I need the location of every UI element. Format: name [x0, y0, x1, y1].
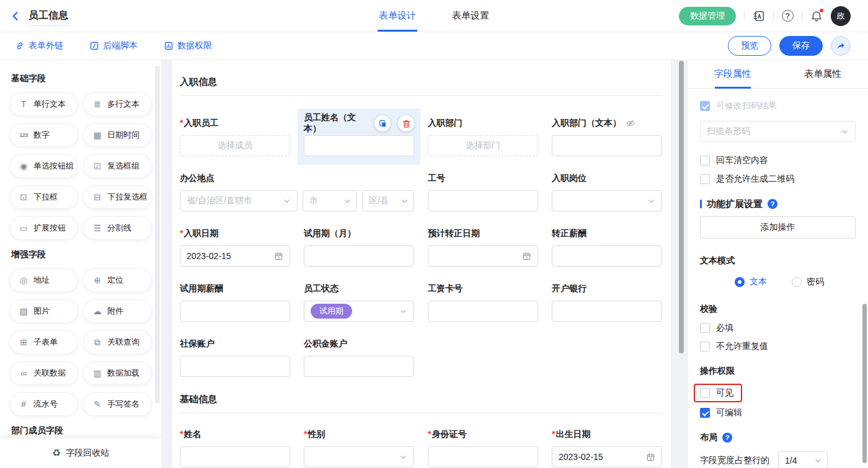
- radio[interactable]: [792, 277, 802, 287]
- checkbox[interactable]: [700, 323, 710, 333]
- checkbox[interactable]: [700, 174, 710, 184]
- palette-scrollbar[interactable]: [155, 66, 160, 404]
- text-input[interactable]: [552, 245, 662, 267]
- text-input[interactable]: [552, 135, 662, 156]
- form-field[interactable]: 入职部门选择部门: [428, 117, 538, 156]
- add-action-button[interactable]: 添加操作: [700, 216, 856, 239]
- toolbar-link[interactable]: 后端脚本: [89, 40, 138, 51]
- text-input[interactable]: [552, 301, 662, 322]
- text-input[interactable]: [180, 301, 290, 322]
- text-input[interactable]: [428, 301, 538, 322]
- form-field[interactable]: *入职日期2023-02-15: [180, 227, 290, 267]
- palette-item[interactable]: ⊟ 下拉复选框: [84, 186, 151, 208]
- form-field[interactable]: 工号: [428, 172, 538, 211]
- text-input[interactable]: [304, 356, 414, 377]
- form-field[interactable]: *入职员工选择成员: [180, 117, 290, 156]
- palette-item[interactable]: ◉ 单选按钮组: [10, 155, 78, 177]
- form-field[interactable]: 办公地点省/自治区/直辖市市区/县: [180, 172, 414, 211]
- address-select[interactable]: 区/县: [362, 190, 414, 211]
- form-field-selected[interactable]: 员工姓名（文本）: [304, 117, 414, 156]
- help-icon[interactable]: ?: [722, 433, 732, 443]
- form-field[interactable]: *姓名: [180, 428, 290, 467]
- text-input[interactable]: [428, 190, 538, 211]
- palette-item[interactable]: 123 数字: [10, 124, 78, 146]
- text-input[interactable]: [428, 446, 538, 467]
- checkbox-checked[interactable]: [700, 408, 710, 418]
- toolbar-link[interactable]: 表单外链: [15, 40, 63, 51]
- select-control[interactable]: 试用期: [304, 301, 414, 322]
- text-input[interactable]: [304, 135, 414, 156]
- palette-item[interactable]: ⊞ 子表单: [10, 331, 78, 353]
- radio-option[interactable]: 密码: [792, 276, 824, 288]
- preview-button[interactable]: 预览: [728, 36, 771, 56]
- picker-control[interactable]: 选择部门: [428, 135, 538, 156]
- palette-item[interactable]: ☁ 附件: [84, 300, 151, 322]
- form-field[interactable]: 员工状态试用期: [304, 283, 414, 322]
- palette-item[interactable]: ◎ 地址: [10, 269, 78, 291]
- header-tab-inactive[interactable]: 表单设置: [452, 0, 489, 32]
- panel-scrollbar[interactable]: [862, 304, 867, 463]
- checkbox-checked[interactable]: [700, 101, 710, 111]
- text-input[interactable]: [180, 356, 290, 377]
- delete-field-button[interactable]: [398, 115, 414, 131]
- property-tab-active[interactable]: 字段属性: [688, 60, 778, 88]
- back-button[interactable]: [10, 11, 21, 22]
- copy-field-button[interactable]: [374, 115, 391, 131]
- picker-control[interactable]: 选择成员: [180, 135, 290, 156]
- form-field[interactable]: *身份证号: [428, 428, 538, 467]
- hidden-field-button[interactable]: [626, 118, 636, 128]
- palette-item[interactable]: ⊡ 下拉框: [10, 186, 78, 208]
- form-field[interactable]: *性别: [304, 428, 414, 467]
- address-select[interactable]: 市: [303, 190, 357, 211]
- field-recycle-bin[interactable]: ♻ 字段回收站: [0, 438, 161, 468]
- palette-item[interactable]: ⧉ 关联查询: [84, 331, 151, 353]
- palette-item[interactable]: ☰ 分割线: [84, 217, 151, 239]
- form-field[interactable]: 工资卡号: [428, 283, 538, 322]
- date-input[interactable]: 2023-02-15: [180, 245, 290, 267]
- address-select[interactable]: 省/自治区/直辖市: [180, 190, 298, 211]
- select-control[interactable]: [304, 446, 414, 467]
- select-control[interactable]: [552, 190, 662, 211]
- data-manage-button[interactable]: 数据管理: [679, 7, 736, 25]
- text-input[interactable]: [180, 446, 290, 467]
- save-button[interactable]: 保存: [779, 36, 823, 56]
- date-input[interactable]: [428, 245, 538, 267]
- form-field[interactable]: 开户银行: [552, 283, 662, 322]
- form-field[interactable]: 转正薪酬: [552, 227, 662, 267]
- canvas-scrollbar[interactable]: [679, 61, 684, 353]
- form-field[interactable]: *出生日期2023-02-15: [552, 428, 662, 467]
- scan-type-select[interactable]: 扫描条形码: [700, 121, 856, 142]
- form-field[interactable]: 入职岗位: [552, 172, 662, 211]
- palette-item[interactable]: ⊕ 定位: [84, 269, 151, 291]
- form-field[interactable]: 入职部门（文本）: [552, 117, 662, 156]
- form-field[interactable]: 社保账户: [180, 338, 290, 377]
- palette-item[interactable]: # 流水号: [10, 393, 78, 415]
- share-button[interactable]: [831, 36, 851, 56]
- palette-item[interactable]: ▦ 日期时间: [84, 124, 151, 146]
- form-field[interactable]: 公积金账户: [304, 338, 414, 377]
- palette-item[interactable]: ☑ 复选框组: [84, 155, 151, 177]
- date-input[interactable]: 2023-02-15: [552, 446, 662, 467]
- property-tab-inactive[interactable]: 表单属性: [778, 60, 868, 88]
- palette-item[interactable]: ▭ 扩展按钮: [10, 217, 78, 239]
- header-tab-active[interactable]: 表单设计: [379, 0, 416, 32]
- palette-item[interactable]: ✎ 手写签名: [84, 393, 151, 415]
- notification-button[interactable]: [810, 10, 823, 22]
- toolbar-link[interactable]: 数据权限: [164, 40, 212, 51]
- width-select[interactable]: 1/4: [778, 451, 828, 468]
- form-field[interactable]: 预计转正日期: [428, 227, 538, 267]
- checkbox[interactable]: [700, 156, 710, 166]
- palette-item[interactable]: ▧ 图片: [10, 300, 78, 322]
- form-field[interactable]: 试用期（月）: [304, 227, 414, 267]
- checkbox[interactable]: [700, 388, 710, 398]
- radio-checked[interactable]: [735, 277, 745, 287]
- help-icon[interactable]: ?: [768, 199, 777, 209]
- help-button[interactable]: ?: [782, 10, 794, 22]
- palette-item[interactable]: T 单行文本: [10, 93, 78, 115]
- avatar[interactable]: 政: [831, 6, 851, 26]
- palette-item[interactable]: ∞ 关联数据: [10, 362, 78, 384]
- checkbox[interactable]: [700, 342, 710, 351]
- text-input[interactable]: [304, 245, 414, 267]
- palette-item[interactable]: ≣ 多行文本: [84, 93, 151, 115]
- radio-option[interactable]: 文本: [735, 276, 767, 288]
